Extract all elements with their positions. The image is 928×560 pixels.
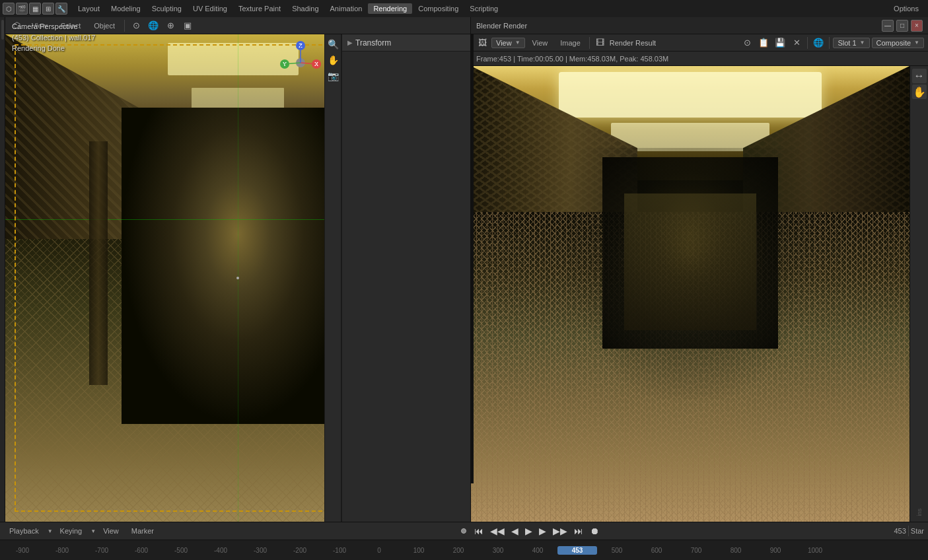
tick-100: 100 bbox=[399, 547, 439, 554]
grid-icon[interactable]: ⊞ bbox=[42, 3, 54, 15]
render-image-menu[interactable]: Image bbox=[555, 38, 586, 48]
render-world-icon[interactable]: 🌐 bbox=[811, 36, 826, 50]
tick-700: 700 bbox=[676, 547, 716, 554]
main-container: ⬡ View Select Object ⊙ 🌐 ⊕ ▣ bbox=[5, 17, 928, 522]
hand-tool[interactable]: ✋ bbox=[326, 53, 340, 67]
render-format-icon[interactable]: 🎞 bbox=[593, 36, 608, 50]
render-scope-icon[interactable]: ⊙ bbox=[740, 36, 754, 50]
shading-mode[interactable]: 🌐 bbox=[146, 19, 161, 32]
tab-texture[interactable]: Texture Paint bbox=[233, 3, 286, 14]
timeline-header-right: ⏮ ◀◀ ◀ ▶ ▶ ▶▶ ⏭ ⏺ 453 Star bbox=[469, 524, 924, 538]
mode-selector[interactable]: ⊙ bbox=[129, 19, 143, 32]
layout-icon[interactable]: ▦ bbox=[29, 3, 41, 15]
viewport-mode: Camera Perspective bbox=[12, 21, 95, 32]
panel-divider[interactable] bbox=[471, 34, 474, 483]
scene-icon[interactable]: 🎬 bbox=[16, 3, 28, 15]
prev-keyframe-btn[interactable]: ◀◀ bbox=[487, 524, 507, 538]
tick-0: 0 bbox=[359, 547, 399, 554]
render-view-menu[interactable]: View ▼ bbox=[491, 38, 525, 48]
collapse-icon[interactable]: ▶ bbox=[347, 39, 353, 46]
tick-300: 300 bbox=[478, 547, 518, 554]
window-controls: — □ × bbox=[882, 20, 923, 32]
tools-icon[interactable]: 🔧 bbox=[55, 3, 67, 15]
playback-dot bbox=[461, 528, 466, 534]
app-header: ⬡ 🎬 ▦ ⊞ 🔧 Layout Modeling Sculpting UV E… bbox=[0, 0, 928, 17]
view-menu[interactable]: View bbox=[98, 526, 124, 536]
pillar-left bbox=[89, 141, 108, 385]
render-result-label: Render Result bbox=[610, 39, 656, 47]
tab-uv[interactable]: UV Editing bbox=[188, 3, 232, 14]
jump-start-btn[interactable]: ⏮ bbox=[472, 524, 486, 538]
render-delete-icon[interactable]: ✕ bbox=[789, 36, 804, 50]
tab-sculpting[interactable]: Sculpting bbox=[147, 3, 187, 14]
record-btn[interactable]: ⏺ bbox=[587, 524, 602, 538]
nav-gizmo[interactable]: Z X Y bbox=[277, 41, 324, 87]
start-label: Star bbox=[911, 527, 924, 535]
sidebar-zoom-btn[interactable]: ↔ bbox=[912, 69, 927, 83]
render-copy-icon[interactable]: 📋 bbox=[756, 36, 771, 50]
tab-animation[interactable]: Animation bbox=[325, 3, 368, 14]
tool-shelf: 🔍 ✋ 📷 bbox=[324, 34, 341, 522]
tab-modeling[interactable]: Modeling bbox=[106, 3, 146, 14]
playback-menu[interactable]: Playback bbox=[4, 526, 44, 536]
blender-icon[interactable]: ⬡ bbox=[3, 3, 15, 15]
current-frame-label: 453 bbox=[894, 527, 906, 535]
next-keyframe-btn[interactable]: ▶▶ bbox=[550, 524, 570, 538]
viewport-status: Rendering Done bbox=[12, 43, 95, 54]
tick-900: 900 bbox=[756, 547, 795, 554]
tick-600: 600 bbox=[637, 547, 676, 554]
rc-far-wall bbox=[624, 193, 756, 330]
options-btn[interactable]: Options bbox=[888, 3, 924, 14]
viewport-collection: (453) Collection | wall.017 bbox=[12, 32, 95, 44]
props-sidebar: ▶ Transform bbox=[341, 34, 470, 522]
window-minimize[interactable]: — bbox=[882, 20, 894, 32]
next-frame-btn[interactable]: ▶ bbox=[536, 524, 549, 538]
header-separator bbox=[124, 20, 125, 32]
view-arrow: ▼ bbox=[515, 40, 520, 46]
camera-tool[interactable]: 📷 bbox=[326, 69, 340, 83]
render-canvas[interactable]: ↔ ✋ ins bbox=[471, 66, 928, 522]
render-header: 🖼 View ▼ View Image 🎞 Render Result ⊙ bbox=[471, 34, 928, 52]
timeline-header-left: Playback ▼ Keying ▼ View Marker bbox=[4, 526, 466, 536]
bottom-bar: Playback ▼ Keying ▼ View Marker ⏮ ◀◀ ◀ ▶… bbox=[0, 522, 928, 540]
tab-scripting[interactable]: Scripting bbox=[464, 3, 503, 14]
timeline-bar[interactable]: -900 -800 -700 -600 -500 -400 -300 -200 … bbox=[0, 540, 928, 560]
marker-menu[interactable]: Marker bbox=[126, 526, 159, 536]
timeline-scale: -900 -800 -700 -600 -500 -400 -300 -200 … bbox=[0, 540, 838, 560]
slot-arrow: ▼ bbox=[860, 40, 865, 46]
keying-arrow: ▼ bbox=[90, 528, 96, 534]
window-close[interactable]: × bbox=[911, 20, 923, 32]
tick-800: 800 bbox=[716, 547, 756, 554]
overlay-toggle[interactable]: ⊕ bbox=[163, 19, 178, 32]
zoom-tool[interactable]: 🔍 bbox=[326, 37, 340, 52]
tick-neg100: -100 bbox=[320, 547, 359, 554]
tab-layout[interactable]: Layout bbox=[73, 3, 105, 14]
play-btn[interactable]: ▶ bbox=[522, 524, 535, 538]
playback-controls: ⏮ ◀◀ ◀ ▶ ▶ ▶▶ ⏭ ⏺ bbox=[469, 524, 604, 538]
tick-neg700: -700 bbox=[82, 547, 122, 554]
transform-label: Transform bbox=[355, 38, 391, 48]
frame-sep bbox=[908, 526, 909, 536]
tick-200: 200 bbox=[439, 547, 478, 554]
render-sep3 bbox=[829, 37, 830, 49]
render-slot-select[interactable]: Slot 1 ▼ bbox=[833, 38, 869, 48]
jump-end-btn[interactable]: ⏭ bbox=[571, 524, 586, 538]
render-header-icon[interactable]: 🖼 bbox=[475, 36, 489, 50]
render-view2-menu[interactable]: View bbox=[527, 38, 553, 48]
render-save-icon[interactable]: 💾 bbox=[773, 36, 787, 50]
svg-line-1 bbox=[285, 63, 301, 64]
props-content bbox=[342, 52, 470, 57]
tab-rendering[interactable]: Rendering bbox=[368, 3, 412, 14]
tab-compositing[interactable]: Compositing bbox=[413, 3, 464, 14]
tick-neg500: -500 bbox=[161, 547, 201, 554]
tick-current: 453 bbox=[557, 546, 597, 555]
render-composite-select[interactable]: Composite ▼ bbox=[872, 38, 925, 48]
render-header-right: ⊙ 📋 💾 ✕ 🌐 Slot 1 ▼ Composite ▼ bbox=[740, 36, 924, 50]
xray-toggle[interactable]: ▣ bbox=[180, 19, 195, 32]
render-info-text: Frame:453 | Time:00:05.00 | Mem:458.03M,… bbox=[476, 55, 668, 63]
keying-menu[interactable]: Keying bbox=[55, 526, 88, 536]
prev-frame-btn[interactable]: ◀ bbox=[509, 524, 521, 538]
sidebar-hand-btn[interactable]: ✋ bbox=[912, 85, 927, 99]
window-maximize[interactable]: □ bbox=[896, 20, 908, 32]
tab-shading[interactable]: Shading bbox=[287, 3, 324, 14]
